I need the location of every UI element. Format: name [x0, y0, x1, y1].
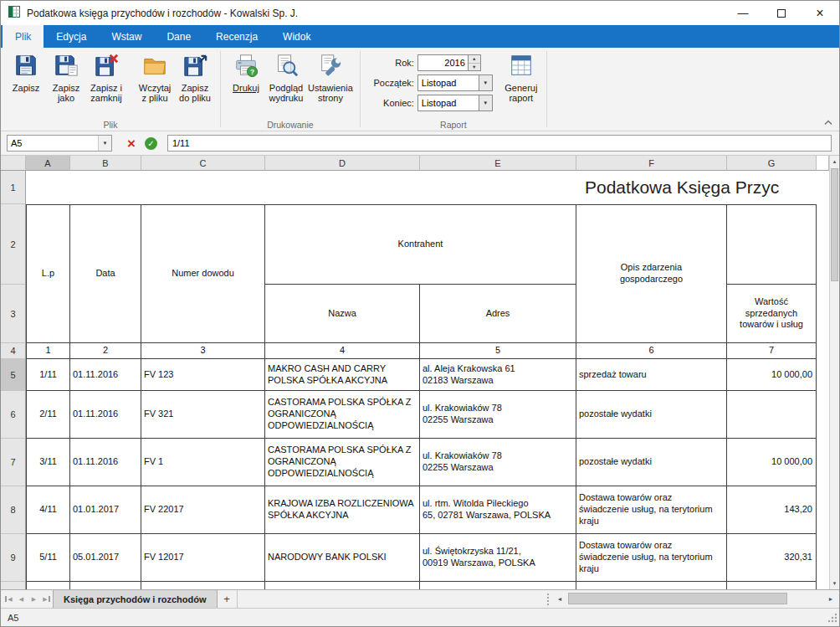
cell-e8[interactable]: ul. rtm. Witolda Pileckiego 65, 02781 Wa…	[420, 486, 576, 534]
cell-f6[interactable]: pozostałe wydatki	[576, 391, 727, 439]
scroll-right-icon[interactable]: ►	[824, 592, 837, 606]
horizontal-scrollbar-track[interactable]	[566, 592, 824, 606]
column-header-partial[interactable]	[817, 156, 829, 171]
print-preview-button[interactable]: Podgląd wydruku	[266, 50, 306, 106]
cell-a5[interactable]: 1/11	[26, 359, 70, 391]
cell-c8[interactable]: FV 22017	[141, 486, 265, 534]
first-sheet-button[interactable]: ◀	[3, 593, 15, 606]
cell-a9[interactable]: 5/11	[26, 534, 70, 582]
previous-sheet-button[interactable]: ◀	[15, 593, 28, 606]
cell-g7[interactable]: 10 000,00	[727, 439, 817, 486]
column-header-c[interactable]: C	[141, 156, 265, 171]
cancel-icon[interactable]: ×	[127, 136, 136, 151]
header-cell-lp[interactable]: L.p	[26, 204, 70, 343]
cell-e4[interactable]: 5	[420, 343, 576, 359]
column-header-e[interactable]: E	[420, 156, 576, 171]
chevron-down-icon[interactable]: ▼	[479, 95, 492, 110]
cell-c5[interactable]: FV 123	[141, 359, 265, 391]
cell-f4[interactable]: 6	[576, 343, 727, 359]
save-to-file-button[interactable]: Zapisz do pliku	[175, 50, 215, 106]
horizontal-scrollbar[interactable]: ◄ ►	[553, 592, 837, 606]
cell-d7[interactable]: CASTORAMA POLSKA SPÓŁKA Z OGRANICZONĄ OD…	[265, 439, 420, 486]
row-header-2[interactable]: 2	[1, 204, 26, 285]
chevron-down-icon[interactable]: ▼	[98, 136, 111, 151]
cell-b7[interactable]: 01.11.2016	[70, 439, 141, 486]
column-header-d[interactable]: D	[265, 156, 420, 171]
ribbon-collapse-icon[interactable]	[822, 117, 835, 128]
row-header-6[interactable]: 6	[1, 391, 26, 439]
cell-d8[interactable]: KRAJOWA IZBA ROZLICZENIOWA SPÓŁKA AKCYJN…	[265, 486, 420, 534]
cell-c4[interactable]: 3	[141, 343, 265, 359]
cell-d4[interactable]: 4	[265, 343, 420, 359]
cell-a10[interactable]	[26, 582, 70, 589]
cell-f8[interactable]: Dostawa towarów oraz świadczenie usług, …	[576, 486, 727, 534]
cell-b10[interactable]	[70, 582, 141, 589]
header-cell-numer[interactable]: Numer dowodu	[141, 204, 265, 343]
maximize-button[interactable]	[762, 1, 801, 25]
next-sheet-button[interactable]: ▶	[28, 593, 40, 606]
column-header-f[interactable]: F	[576, 156, 727, 171]
scroll-down-icon[interactable]: ▼	[830, 578, 839, 589]
cell-a6[interactable]: 2/11	[26, 391, 70, 439]
row-header-3[interactable]: 3	[1, 285, 26, 343]
vertical-scrollbar[interactable]: ▲ ▼	[829, 156, 839, 589]
select-all-corner[interactable]	[1, 156, 26, 171]
cell-f5[interactable]: sprzedaż towaru	[576, 359, 727, 391]
tab-wstaw[interactable]: Wstaw	[99, 25, 154, 48]
cell-f10[interactable]	[576, 582, 727, 589]
year-spinner[interactable]: 2016 ▲ ▼	[417, 54, 481, 71]
cell-e9[interactable]: ul. Świętokrzyska 11/21, 00919 Warszawa,…	[420, 534, 576, 582]
header-cell-opis[interactable]: Opis zdarzenia gospodarczego	[576, 204, 727, 343]
confirm-icon[interactable]: ✓	[145, 137, 157, 150]
tab-widok[interactable]: Widok	[270, 25, 323, 48]
cell-g6[interactable]	[727, 391, 817, 439]
scroll-left-icon[interactable]: ◄	[553, 592, 566, 606]
close-button[interactable]: ×	[801, 1, 839, 25]
end-month-dropdown[interactable]: Listopad ▼	[417, 95, 493, 111]
load-from-file-button[interactable]: Wczytaj z pliku	[135, 50, 175, 106]
save-button[interactable]: Zapisz	[6, 50, 46, 95]
header-cell-adres[interactable]: Adres	[420, 285, 576, 343]
cell-g5[interactable]: 10 000,00	[727, 359, 817, 391]
cell-b9[interactable]: 05.01.2017	[70, 534, 141, 582]
cell-b8[interactable]: 01.01.2017	[70, 486, 141, 534]
tab-recenzja[interactable]: Recenzja	[203, 25, 270, 48]
tab-edycja[interactable]: Edycja	[44, 25, 99, 48]
cell-f9[interactable]: Dostawa towarów oraz świadczenie usług, …	[576, 534, 727, 582]
row-header-10[interactable]	[1, 582, 26, 589]
cell-d6[interactable]: CASTORAMA POLSKA SPÓŁKA Z OGRANICZONĄ OD…	[265, 391, 420, 439]
print-button[interactable]: ? Drukuj	[226, 50, 266, 95]
cell-a8[interactable]: 4/11	[26, 486, 70, 534]
last-sheet-button[interactable]: ▶	[40, 593, 53, 606]
save-as-button[interactable]: Zapisz jako	[46, 50, 86, 106]
row-header-7[interactable]: 7	[1, 439, 26, 486]
horizontal-scrollbar-thumb[interactable]	[568, 593, 787, 604]
row-header-1[interactable]: 1	[1, 171, 26, 204]
header-cell-data[interactable]: Data	[70, 204, 141, 343]
cell-c10[interactable]	[141, 582, 265, 589]
cell-d10[interactable]	[265, 582, 420, 589]
header-cell-nazwa[interactable]: Nazwa	[265, 285, 420, 343]
sheet-tab-ksiega[interactable]: Księga przychodów i rozchodów	[53, 590, 218, 608]
resize-grip[interactable]	[827, 612, 837, 624]
column-header-g[interactable]: G	[727, 156, 817, 171]
column-header-b[interactable]: B	[70, 156, 141, 171]
scroll-up-icon[interactable]: ▲	[830, 156, 839, 167]
cell-c6[interactable]: FV 321	[141, 391, 265, 439]
cell-b4[interactable]: 2	[70, 343, 141, 359]
cell-g4[interactable]: 7	[727, 343, 817, 359]
vertical-scrollbar-thumb[interactable]	[831, 168, 838, 281]
spin-down-icon[interactable]: ▼	[469, 64, 480, 71]
cell-d5[interactable]: MAKRO CASH AND CARRY POLSKA SPÓŁKA AKCYJ…	[265, 359, 420, 391]
cell-c9[interactable]: FV 12017	[141, 534, 265, 582]
cell-b5[interactable]: 01.11.2016	[70, 359, 141, 391]
cell-g10[interactable]	[727, 582, 817, 589]
spin-up-icon[interactable]: ▲	[469, 55, 480, 64]
save-and-close-button[interactable]: Zapisz i zamknij	[86, 50, 126, 106]
cell-d9[interactable]: NARODOWY BANK POLSKI	[265, 534, 420, 582]
cell-reference-box[interactable]: A5 ▼	[7, 135, 112, 152]
cell-a1-title[interactable]: Podatkowa Księga Przyc	[26, 171, 829, 204]
start-month-dropdown[interactable]: Listopad ▼	[417, 75, 493, 91]
add-sheet-button[interactable]: +	[218, 590, 238, 608]
tab-dane[interactable]: Dane	[154, 25, 203, 48]
